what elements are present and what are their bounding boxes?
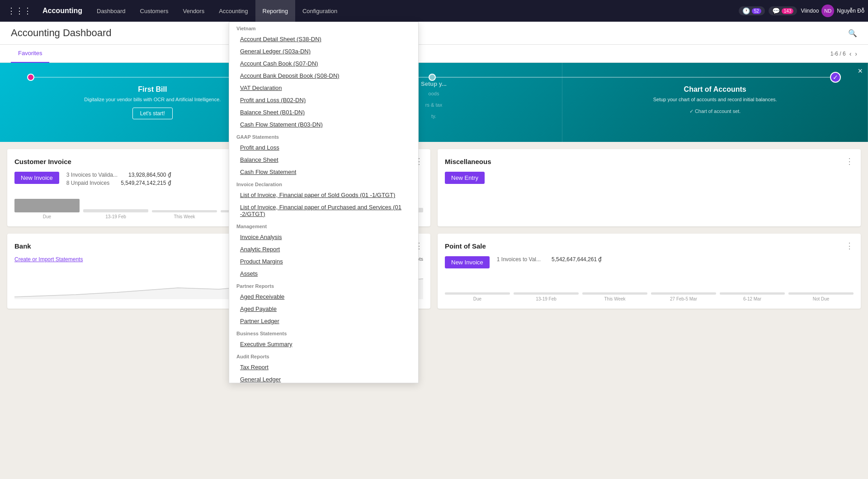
- apps-icon[interactable]: ⋮⋮⋮: [4, 2, 35, 19]
- customer-invoice-title: Customer Invoice: [14, 158, 71, 165]
- hero-card-desc-3: Setup your chart of accounts and record …: [653, 96, 777, 103]
- pos-label-notdue: Not Due: [788, 296, 854, 301]
- pos-new-btn[interactable]: New Invoice: [445, 256, 490, 268]
- dropdown-section-label: Management: [229, 220, 418, 231]
- dropdown-section-label: Business Statements: [229, 327, 418, 338]
- hero-card-note-3: ✓ Chart of account set.: [689, 108, 741, 115]
- nav-item-reporting[interactable]: Reporting: [255, 0, 295, 22]
- dropdown-section-label: Partner Reports: [229, 280, 418, 291]
- chart-label-w1: 13-19 Feb: [83, 214, 148, 219]
- hero-btn-1[interactable]: Let's start!: [132, 108, 173, 119]
- pos-chart: [445, 272, 854, 295]
- dropdown-item[interactable]: Balance Sheet (B01-DN): [229, 106, 418, 118]
- dropdown-item[interactable]: Tax Report: [229, 361, 418, 373]
- nav-right: 🕐 52 💬 143 Viindoo ND Nguyễn Đỗ: [739, 5, 864, 17]
- dropdown-item[interactable]: General Ledger: [229, 373, 418, 383]
- pos-chart-labels: Due 13-19 Feb This Week 27 Feb-5 Mar 6-1…: [445, 296, 854, 301]
- chart-label-due: Due: [14, 214, 80, 219]
- pos-label-w4: 6-12 Mar: [720, 296, 785, 301]
- nav-item-vendors[interactable]: Vendors: [175, 0, 212, 22]
- notifications-badge[interactable]: 🕐 52: [739, 6, 765, 15]
- hero-card-desc-1: Digitalize your vendor bills with OCR an…: [84, 96, 221, 103]
- misc-new-btn[interactable]: New Entry: [445, 172, 485, 184]
- dropdown-item[interactable]: Aged Receivable: [229, 291, 418, 303]
- dropdown-item[interactable]: Executive Summary: [229, 338, 418, 350]
- pagination-next[interactable]: ›: [855, 50, 857, 57]
- pos-title: Point of Sale: [445, 242, 486, 250]
- customer-invoice-new-btn[interactable]: New Invoice: [14, 172, 59, 184]
- dropdown-item[interactable]: Aged Payable: [229, 303, 418, 315]
- dropdown-item[interactable]: Account Detail Sheet (S38-DN): [229, 33, 418, 45]
- stat-label-1: 3 Invoices to Valida...: [66, 172, 118, 178]
- bank-title: Bank: [14, 242, 31, 250]
- pagination-prev[interactable]: ‹: [849, 50, 852, 57]
- dropdown-item[interactable]: Profit and Loss: [229, 141, 418, 154]
- favorites-bar: Favorites 1-6 / 6 ‹ ›: [0, 45, 868, 63]
- dropdown-section-label: GAAP Statements: [229, 131, 418, 141]
- dropdown-section-label: Vietnam: [229, 22, 418, 33]
- chart-label-w2: This Week: [152, 214, 217, 219]
- messages-badge[interactable]: 💬 143: [769, 6, 797, 15]
- dropdown-item[interactable]: Assets: [229, 268, 418, 280]
- pos-menu[interactable]: ⋮: [845, 241, 854, 251]
- dropdown-item[interactable]: Account Cash Book (S07-DN): [229, 57, 418, 70]
- miscellaneous-card: Miscellaneous ⋮ New Entry: [438, 149, 861, 226]
- bank-create-label[interactable]: Create or Import Statements: [14, 256, 83, 263]
- dropdown-item[interactable]: Account Bank Deposit Book (S08-DN): [229, 70, 418, 82]
- username: Viindoo: [801, 8, 819, 14]
- nav-item-customers[interactable]: Customers: [133, 0, 176, 22]
- avatar: ND: [821, 5, 834, 17]
- hero-card-subdesc-2: rs & tax: [425, 102, 442, 108]
- dropdown-item[interactable]: Profit and Loss (B02-DN): [229, 94, 418, 106]
- page-header: Accounting Dashboard 🔍: [0, 22, 868, 45]
- pos-header: Point of Sale ⋮: [445, 241, 854, 251]
- nav-menu: Dashboard Customers Vendors Accounting R…: [90, 0, 739, 22]
- hero-card-title-1: First Bill: [138, 85, 167, 94]
- dropdown-item[interactable]: VAT Declaration: [229, 82, 418, 94]
- brand-logo[interactable]: Accounting: [35, 7, 90, 15]
- dropdown-item[interactable]: Cash Flow Statement (B03-DN): [229, 118, 418, 131]
- pagination: 1-6 / 6 ‹ ›: [830, 50, 857, 57]
- dropdown-item[interactable]: General Ledger (S03a-DN): [229, 45, 418, 57]
- dropdown-section-label: Invoice Declaration: [229, 178, 418, 189]
- pos-stats: 1 Invoices to Val... 5,542,647,644,261 ₫: [497, 256, 602, 263]
- hero-card-title-3: Chart of Accounts: [684, 85, 746, 94]
- hero-section: ✓ First Bill Digitalize your vendor bill…: [0, 63, 868, 142]
- hero-card-title-2: Setup y...: [421, 80, 447, 88]
- nav-item-configuration[interactable]: Configuration: [295, 0, 344, 22]
- dropdown-item[interactable]: List of Invoice, Financial paper of Purc…: [229, 201, 418, 220]
- dropdown-item[interactable]: Invoice Analysis: [229, 231, 418, 243]
- search-icon[interactable]: 🔍: [848, 29, 857, 38]
- misc-menu[interactable]: ⋮: [845, 156, 854, 166]
- customer-invoice-stats: 3 Invoices to Valida... 13,928,864,500 ₫…: [66, 172, 171, 186]
- user-menu[interactable]: Viindoo ND Nguyễn Đỗ: [801, 5, 864, 17]
- dropdown-item[interactable]: Balance Sheet: [229, 154, 418, 166]
- reporting-dropdown: VietnamAccount Detail Sheet (S38-DN)Gene…: [229, 22, 419, 383]
- nav-item-accounting[interactable]: Accounting: [212, 0, 255, 22]
- hero-close-button[interactable]: ×: [858, 66, 863, 76]
- misc-header: Miscellaneous ⋮: [445, 156, 854, 166]
- stat-value-2: 5,549,274,142,215 ₫: [121, 180, 171, 186]
- stat-value-1: 13,928,864,500 ₫: [128, 172, 171, 178]
- dropdown-item[interactable]: Analytic Report: [229, 243, 418, 255]
- pos-label-due: Due: [445, 296, 510, 301]
- dropdown-section-label: Audit Reports: [229, 350, 418, 361]
- user-display: Nguyễn Đỗ: [837, 8, 864, 14]
- pos-label-w2: This Week: [582, 296, 647, 301]
- dropdown-item[interactable]: Partner Ledger: [229, 315, 418, 327]
- main-content: ✓ First Bill Digitalize your vendor bill…: [0, 63, 868, 479]
- dropdown-item[interactable]: List of Invoice, Financial paper of Sold…: [229, 189, 418, 201]
- dropdown-item[interactable]: Product Margins: [229, 255, 418, 268]
- nav-item-dashboard[interactable]: Dashboard: [90, 0, 133, 22]
- pagination-text: 1-6 / 6: [830, 51, 846, 57]
- dropdown-item[interactable]: Cash Flow Statement: [229, 166, 418, 178]
- notification-count: 52: [752, 8, 761, 14]
- pos-stat-value: 5,542,647,644,261 ₫: [552, 256, 602, 263]
- pos-label-w1: 13-19 Feb: [514, 296, 579, 301]
- hero-card-subdesc2b: ty.: [431, 113, 436, 120]
- tab-favorites[interactable]: Favorites: [11, 45, 49, 63]
- pos-label-w3: 27 Feb-5 Mar: [651, 296, 716, 301]
- hero-card-desc-2: oods: [429, 90, 439, 97]
- pos-stat-label: 1 Invoices to Val...: [497, 256, 541, 263]
- favorites-tabs: Favorites: [11, 45, 49, 63]
